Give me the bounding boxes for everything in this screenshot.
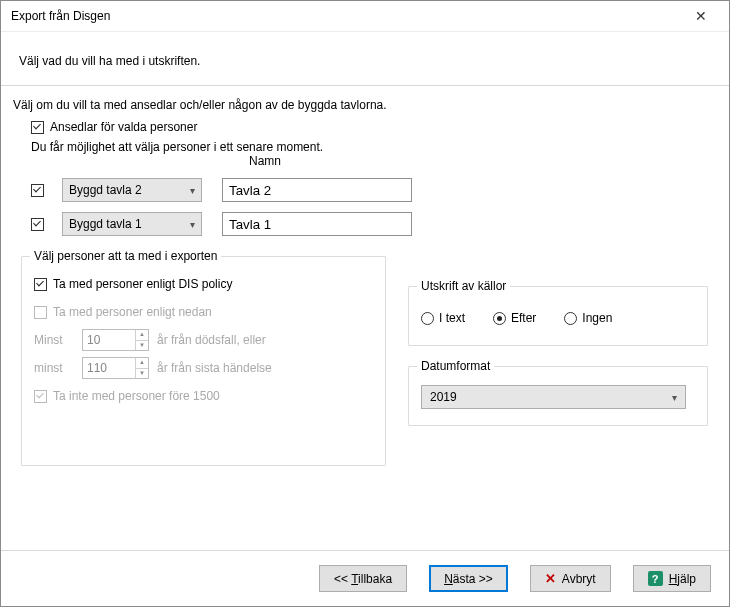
date-format-combo[interactable]: 2019 ▾ — [421, 385, 686, 409]
chevron-down-icon: ▾ — [672, 392, 677, 403]
hint-text: Du får möjlighet att välja personer i et… — [31, 140, 717, 154]
before1500-checkbox[interactable] — [34, 390, 47, 403]
close-icon[interactable]: ✕ — [681, 8, 721, 24]
tavla-row1-combo-text: Byggd tavla 2 — [69, 183, 190, 197]
enligt-nedan-checkbox[interactable] — [34, 306, 47, 319]
content-area: Välj om du vill ta med ansedlar och/elle… — [1, 86, 729, 550]
instruction-text: Välj om du vill ta med ansedlar och/elle… — [13, 98, 717, 112]
before1500-label: Ta inte med personer före 1500 — [53, 389, 220, 403]
minst2-stepper[interactable]: ▲ ▼ — [82, 357, 149, 379]
persons-group: Välj personer att ta med i exporten Ta m… — [21, 256, 386, 466]
enligt-nedan-label: Ta med personer enligt nedan — [53, 305, 212, 319]
cancel-x-icon: ✕ — [545, 571, 556, 586]
titlebar: Export från Disgen ✕ — [1, 1, 729, 32]
date-format-legend: Datumformat — [417, 359, 494, 373]
date-format-value: 2019 — [430, 390, 672, 404]
radio-icon — [564, 312, 577, 325]
window-title: Export från Disgen — [11, 9, 681, 23]
cancel-button-label: Avbryt — [562, 572, 596, 586]
dialog-window: Export från Disgen ✕ Välj vad du vill ha… — [0, 0, 730, 607]
minst1-suffix: år från dödsfall, eller — [157, 333, 266, 347]
tavla-row2-combo[interactable]: Byggd tavla 1 ▾ — [62, 212, 202, 236]
spin-up-icon[interactable]: ▲ — [136, 358, 148, 369]
cancel-button[interactable]: ✕ Avbryt — [530, 565, 611, 592]
tavla-row1-checkbox[interactable] — [31, 184, 44, 197]
sources-radio-itext-label: I text — [439, 311, 465, 325]
minst2-input[interactable] — [83, 358, 135, 378]
namn-column-header: Namn — [249, 154, 281, 168]
sources-group-legend: Utskrift av källor — [417, 279, 510, 293]
sources-radio-ingen-label: Ingen — [582, 311, 612, 325]
minst1-input[interactable] — [83, 330, 135, 350]
minst2-suffix: år från sista händelse — [157, 361, 272, 375]
button-bar: << Tillbaka Nästa >> ✕ Avbryt ? Hjälp — [1, 550, 729, 606]
chevron-down-icon: ▾ — [190, 185, 195, 196]
sources-radio-efter-label: Efter — [511, 311, 536, 325]
persons-group-legend: Välj personer att ta med i exporten — [30, 249, 221, 263]
next-button[interactable]: Nästa >> — [429, 565, 508, 592]
ansedlar-checkbox[interactable] — [31, 121, 44, 134]
minst1-stepper[interactable]: ▲ ▼ — [82, 329, 149, 351]
sources-group: Utskrift av källor I text Efter Ingen — [408, 286, 708, 346]
sources-radio-itext[interactable]: I text — [421, 311, 465, 325]
spin-down-icon[interactable]: ▼ — [136, 369, 148, 379]
help-button-label: Hjälp — [669, 572, 696, 586]
tavla-row2-checkbox[interactable] — [31, 218, 44, 231]
dis-policy-label: Ta med personer enligt DIS policy — [53, 277, 232, 291]
spin-up-icon[interactable]: ▲ — [136, 330, 148, 341]
next-button-label: Nästa >> — [444, 572, 493, 586]
back-button-label: << Tillbaka — [334, 572, 392, 586]
tavla-row2-combo-text: Byggd tavla 1 — [69, 217, 190, 231]
sources-radio-efter[interactable]: Efter — [493, 311, 536, 325]
help-button[interactable]: ? Hjälp — [633, 565, 711, 592]
tavla-row1-name-input[interactable] — [222, 178, 412, 202]
sources-radio-ingen[interactable]: Ingen — [564, 311, 612, 325]
chevron-down-icon: ▾ — [190, 219, 195, 230]
radio-icon — [493, 312, 506, 325]
wizard-heading: Välj vad du vill ha med i utskriften. — [1, 32, 729, 86]
ansedlar-label: Ansedlar för valda personer — [50, 120, 197, 134]
help-question-icon: ? — [648, 571, 663, 586]
radio-icon — [421, 312, 434, 325]
back-button[interactable]: << Tillbaka — [319, 565, 407, 592]
dis-policy-checkbox[interactable] — [34, 278, 47, 291]
minst2-label: minst — [34, 361, 74, 375]
date-format-group: Datumformat 2019 ▾ — [408, 366, 708, 426]
minst1-label: Minst — [34, 333, 74, 347]
spin-down-icon[interactable]: ▼ — [136, 341, 148, 351]
tavla-row1-combo[interactable]: Byggd tavla 2 ▾ — [62, 178, 202, 202]
tavla-row2-name-input[interactable] — [222, 212, 412, 236]
